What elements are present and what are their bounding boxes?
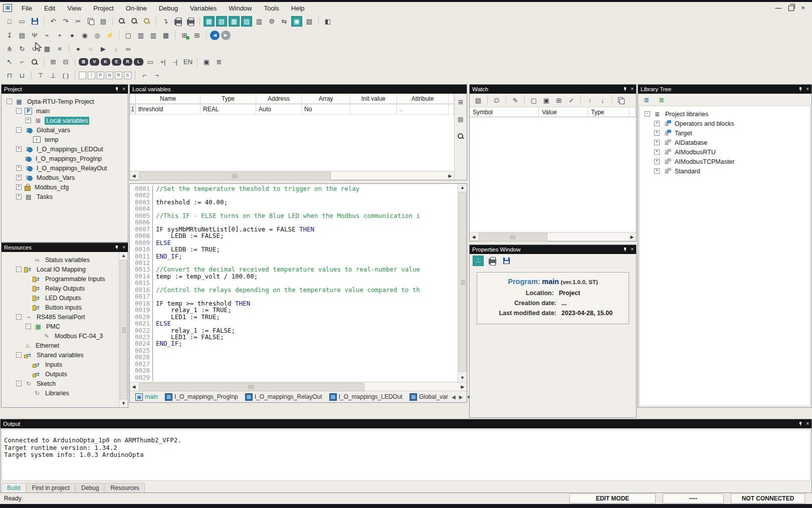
levels-icon[interactable]: ≡ xyxy=(54,44,65,54)
tree-item-status-variables[interactable]: ∞Status variables xyxy=(2,255,119,265)
find-in-project-icon[interactable] xyxy=(141,16,152,27)
expander-icon[interactable]: - xyxy=(26,324,31,329)
expander-icon[interactable]: - xyxy=(16,381,22,386)
output-tab-debug[interactable]: Debug xyxy=(76,483,104,492)
code-line[interactable]: 0007IF sysMbMRtuNetList[0].active = FALS… xyxy=(130,226,458,232)
zoom-out-grid-icon[interactable]: ⊟ xyxy=(60,57,71,67)
step-into-icon[interactable]: ↓ xyxy=(110,44,121,54)
code-line[interactable]: 0026 xyxy=(130,354,458,360)
tree-item-standard[interactable]: +≣Standard xyxy=(640,166,810,176)
zoom-in-grid-icon[interactable]: ⊞ xyxy=(48,57,59,67)
grid-dark-icon[interactable]: ▦ xyxy=(42,44,53,54)
code-line[interactable]: 0009ELSE xyxy=(130,239,458,246)
code-line[interactable]: 0025 xyxy=(130,347,458,354)
code-line[interactable]: 0029 xyxy=(130,374,458,381)
connect-icon[interactable]: Ψ xyxy=(29,30,40,41)
tree-item-ethernet[interactable]: ⌂Ethernet xyxy=(2,341,119,350)
tree-item-button-inputs[interactable]: ⇄Button inputs xyxy=(2,303,119,312)
coil-negated-icon[interactable]: ⊔ xyxy=(17,70,28,81)
table-view-icon[interactable]: ▦ xyxy=(160,30,171,41)
editor-vscrollbar[interactable]: ▲ ▼ xyxy=(458,184,467,382)
scroll-left-icon[interactable]: ◀ xyxy=(130,173,138,178)
connection-mode-icon[interactable]: ⌐ xyxy=(17,57,28,67)
run-icon[interactable]: ⚡ xyxy=(104,30,115,41)
tree-item-pmc[interactable]: -▦PMC xyxy=(2,322,119,331)
menu-item-on-line[interactable]: On-line xyxy=(120,4,152,13)
badge-v-icon[interactable]: V xyxy=(90,58,99,66)
scroll-right-icon[interactable]: ▶ xyxy=(446,173,454,178)
halt-icon[interactable]: ● xyxy=(67,30,78,41)
scroll-left-icon[interactable]: ◀ xyxy=(470,234,478,239)
grid-icon[interactable]: ⊞ xyxy=(191,30,202,41)
expander-icon[interactable]: - xyxy=(645,111,650,117)
code-line[interactable]: 0016//Control the relays depending on th… xyxy=(130,287,458,293)
cell-name[interactable]: threshold xyxy=(136,104,200,115)
scroll-up-icon[interactable]: ▲ xyxy=(458,184,467,191)
pin-icon[interactable] xyxy=(799,422,802,426)
code-line[interactable]: 0015 xyxy=(130,280,458,286)
badge-e-icon[interactable]: E xyxy=(112,58,121,66)
code-line[interactable]: 0013//Convert the decimal received tempe… xyxy=(130,266,458,273)
box-p-icon[interactable]: P xyxy=(97,72,104,79)
import-icon[interactable]: ↴ xyxy=(160,16,171,27)
tree-item-i-o-mappings-relayout[interactable]: +⊞I_O_mappings_RelayOut xyxy=(2,163,128,173)
pin-icon[interactable] xyxy=(115,87,118,91)
toggle-find-window-icon[interactable]: ▧ xyxy=(304,16,315,27)
restore-button[interactable] xyxy=(788,6,794,11)
print-icon[interactable] xyxy=(172,16,183,27)
editor-tab-main[interactable]: ▣main xyxy=(132,392,161,402)
close-icon[interactable]: × xyxy=(631,87,634,92)
tree-item-aidatabase[interactable]: +≣AIDatabase xyxy=(640,138,810,147)
watch-hscrollbar[interactable]: ◀ ▶ xyxy=(470,232,636,241)
toggle-swap-window-icon[interactable]: ⇆ xyxy=(279,16,290,27)
close-icon[interactable]: × xyxy=(122,245,125,250)
pin-icon[interactable] xyxy=(624,247,627,251)
code-line[interactable]: 0011END_IF; xyxy=(130,253,458,260)
close-button[interactable]: × xyxy=(801,5,805,12)
tree-item-temp[interactable]: rtemp xyxy=(2,135,128,144)
code-line[interactable]: 0002 xyxy=(130,192,458,198)
warm-restart-icon[interactable]: ◎ xyxy=(92,30,103,41)
contact-fall-icon[interactable]: ⊥ xyxy=(48,70,59,81)
tree-item-rs485-serialport[interactable]: -⌁RS485 SerialPort xyxy=(2,312,119,322)
expander-icon[interactable]: - xyxy=(16,267,22,272)
code-line[interactable]: 0001//Set the temperature theshold to tr… xyxy=(130,185,458,192)
output-log[interactable]: Connected to ArduinoOpta_1p0 on ARMThumb… xyxy=(2,429,810,481)
expander-icon[interactable]: + xyxy=(654,149,660,155)
link-icon[interactable]: ∞ xyxy=(123,44,134,54)
grid-view-icon[interactable]: ⊞ xyxy=(456,98,465,107)
record-icon[interactable]: ● xyxy=(73,44,84,54)
expander-icon[interactable]: - xyxy=(16,108,22,114)
expander-icon[interactable]: + xyxy=(16,194,22,199)
editor-tab-global-var[interactable]: ⊞Global_var xyxy=(406,392,452,402)
save-icon[interactable] xyxy=(29,16,40,27)
tree-item-aimodbustcpmaster[interactable]: +≣AIModbusTCPMaster xyxy=(640,157,810,166)
print-preview-icon[interactable] xyxy=(185,16,196,27)
cell-type[interactable]: REAL xyxy=(200,104,256,115)
tree-item-inputs[interactable]: ⇄Inputs xyxy=(2,360,119,369)
close-icon[interactable]: × xyxy=(631,247,634,252)
editor-tab-i-o-mappings-proginp[interactable]: ⊞I_O_mappings_ProgInp xyxy=(161,392,242,402)
paste-icon[interactable]: ▤ xyxy=(98,16,109,27)
tree-item-sketch[interactable]: -↻Sketch xyxy=(2,379,119,388)
expander-icon[interactable]: + xyxy=(26,118,31,123)
sequence-icon[interactable]: ≣ xyxy=(214,57,225,67)
cell-attribute[interactable]: .. xyxy=(397,104,449,115)
code-line[interactable]: 0005//This IF - ELSE turns on the Blue L… xyxy=(130,212,458,219)
open-project-icon[interactable]: ▭ xyxy=(17,16,28,27)
grid-insert-icon[interactable]: ⊞ xyxy=(179,30,190,41)
box-r-icon[interactable]: R xyxy=(115,72,122,79)
online-refresh-icon[interactable]: ↻ xyxy=(17,44,28,54)
save-icon[interactable] xyxy=(501,256,512,266)
code-line[interactable]: 0019 relay_1 := TRUE; xyxy=(130,307,458,313)
pin-icon[interactable] xyxy=(799,87,802,91)
code-line[interactable]: 0003threshold := 40.00; xyxy=(130,199,458,205)
zoom-icon[interactable] xyxy=(29,57,40,67)
expander-icon[interactable]: + xyxy=(654,130,660,136)
badge-r-icon[interactable]: R xyxy=(123,58,132,66)
library-blue-icon[interactable]: ≣ xyxy=(641,95,652,105)
expander-icon[interactable]: - xyxy=(16,352,22,358)
tree-item-opta-rtu-temp-project[interactable]: -▦Opta-RTU-Temp Project xyxy=(2,97,128,106)
menu-item-view[interactable]: View xyxy=(62,4,87,13)
tree-item-aimodbusrtu[interactable]: +≣AIModbusRTU xyxy=(640,147,810,157)
